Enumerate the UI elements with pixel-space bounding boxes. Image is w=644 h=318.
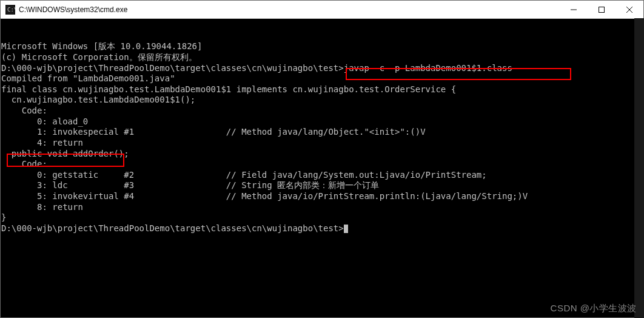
terminal-output[interactable]: Microsoft Windows [版本 10.0.19044.1826](c… <box>1 19 643 317</box>
terminal-line: D:\000-wjb\project\ThreadPoolDemo\target… <box>1 63 643 74</box>
terminal-line: cn.wujinagbo.test.LambdaDemo001$1(); <box>1 95 643 106</box>
terminal-line: 3: ldc #3 // String 匿名内部类：新增一个订单 <box>1 180 643 191</box>
terminal-line: 1: invokespecial #1 // Method java/lang/… <box>1 127 643 138</box>
terminal-line: 0: getstatic #2 // Field java/lang/Syste… <box>1 170 643 181</box>
cursor <box>344 225 348 233</box>
terminal-line: 5: invokevirtual #4 // Method java/io/Pr… <box>1 191 643 202</box>
svg-rect-4 <box>599 7 605 13</box>
terminal-line: Microsoft Windows [版本 10.0.19044.1826] <box>1 41 643 52</box>
terminal-line: Code: <box>1 159 643 170</box>
terminal-line: (c) Microsoft Corporation。保留所有权利。 <box>1 52 643 63</box>
terminal-line: final class cn.wujinagbo.test.LambdaDemo… <box>1 84 643 95</box>
terminal-line: Compiled from "LambdaDemo001.java" <box>1 73 643 84</box>
minimize-button[interactable] <box>560 1 588 19</box>
terminal-line: 0: aload_0 <box>1 117 643 127</box>
maximize-button[interactable] <box>588 1 615 19</box>
cmd-window: C:\ C:\WINDOWS\system32\cmd.exe Microsof… <box>0 0 644 318</box>
terminal-line: public void addOrder(); <box>1 149 643 160</box>
svg-text:C:\: C:\ <box>7 7 15 13</box>
titlebar[interactable]: C:\ C:\WINDOWS\system32\cmd.exe <box>1 1 643 19</box>
scrollbar[interactable] <box>634 18 644 318</box>
terminal-line: D:\000-wjb\project\ThreadPoolDemo\target… <box>1 223 643 234</box>
terminal-line: Code: <box>1 106 643 117</box>
terminal-line: 4: return <box>1 138 643 149</box>
close-button[interactable] <box>615 1 643 19</box>
cmd-icon: C:\ <box>5 5 15 15</box>
window-title: C:\WINDOWS\system32\cmd.exe <box>19 5 560 14</box>
window-controls <box>560 1 643 18</box>
terminal-line: 8: return <box>1 202 643 213</box>
terminal-line: } <box>1 212 643 223</box>
